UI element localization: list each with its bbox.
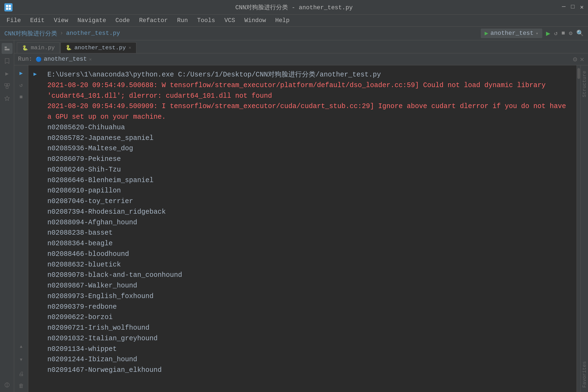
sidebar-icons: ▶ [0, 40, 14, 392]
menu-code[interactable]: Code [112, 16, 134, 25]
tab-main-icon: 🐍 [22, 45, 28, 51]
menu-edit[interactable]: Edit [26, 16, 48, 25]
right-tab-structure[interactable]: Structure [581, 68, 588, 100]
run-scroll-top[interactable]: ▲ [16, 342, 26, 352]
console-breed-line: n02091134-whippet [47, 344, 571, 355]
run-button[interactable]: ▶ [546, 29, 550, 38]
close-button[interactable]: ✕ [580, 4, 584, 11]
svg-rect-3 [9, 8, 11, 10]
sidebar-icon-run[interactable]: ▶ [2, 68, 13, 79]
console-output: E:\Users\1\anaconda3\python.exe C:/Users… [42, 65, 577, 392]
run-tab-label: another_test [44, 56, 87, 63]
svg-rect-2 [6, 8, 8, 10]
sidebar-icon-favorites[interactable] [2, 93, 13, 104]
tab-main-py[interactable]: 🐍 main.py [17, 42, 60, 53]
console-breed-line: n02088632-bluetick [47, 260, 571, 270]
window-controls[interactable]: ─ □ ✕ [562, 4, 584, 11]
sidebar-icon-bookmark[interactable] [2, 56, 13, 66]
run-tab-icon: 🔵 [36, 56, 42, 62]
run-toolbar: Run: 🔵 another_test ✕ ⚙ ✕ [14, 53, 588, 65]
breadcrumb-file[interactable]: another_test.py [66, 30, 120, 37]
sidebar-icon-project[interactable] [2, 43, 13, 54]
svg-rect-0 [6, 5, 8, 7]
menu-bar: File Edit View Navigate Code Refactor Ru… [0, 15, 588, 27]
console-breed-line: n02089973-English_foxhound [47, 291, 571, 302]
console-breed-line: n02086646-Blenheim_spaniel [47, 175, 571, 186]
menu-vcs[interactable]: VCS [220, 16, 239, 25]
settings-icon[interactable]: ⚙ [569, 30, 572, 37]
title-bar: CNN对狗脸进行分类 - another_test.py ─ □ ✕ [0, 0, 588, 15]
tab-another-close[interactable]: ✕ [128, 45, 131, 50]
run-close-panel-icon[interactable]: ✕ [580, 55, 584, 64]
console-path-line: E:\Users\1\anaconda3\python.exe C:/Users… [47, 70, 571, 80]
tab-another-test-py[interactable]: 🐍 another_test.py ✕ [60, 42, 136, 53]
svg-rect-8 [6, 86, 8, 88]
run-config-dropdown[interactable]: ▶ another_test ▾ [481, 29, 542, 38]
right-sidebar: Structure Favorites [580, 65, 588, 392]
run-panel: Run: 🔵 another_test ✕ ⚙ ✕ ▶ ↺ ■ [14, 53, 588, 392]
run-label: Run: [18, 56, 32, 63]
console-breed-line: n02088094-Afghan_hound [47, 218, 571, 228]
console-breed-line: n02088466-bloodhound [47, 249, 571, 260]
scroll-thumb[interactable] [577, 68, 580, 79]
run-tab-close-btn[interactable]: ✕ [89, 57, 92, 62]
menu-refactor[interactable]: Refactor [135, 16, 172, 25]
console-breed-line: n02091467-Norwegian_elkhound [47, 365, 571, 376]
menu-view[interactable]: View [50, 16, 72, 25]
menu-tools[interactable]: Tools [193, 16, 219, 25]
run-scroll-bottom[interactable]: ▼ [16, 355, 26, 365]
console-breed-line: n02089867-Walker_hound [47, 281, 571, 291]
console-error-line-0: 2021-08-20 09:54:49.500688: W tensorflow… [47, 80, 571, 102]
run-layout: ▶ ↺ ■ ▲ ▼ 🖨 🗑 ▶ E:\Users\1\anaconda3\pyt… [14, 65, 588, 392]
menu-file[interactable]: File [3, 16, 25, 25]
rerun-button[interactable]: ↺ [554, 30, 558, 37]
svg-rect-1 [9, 5, 11, 7]
console-breed-line: n02087394-Rhodesian_ridgeback [47, 207, 571, 218]
console-breed-line: n02089078-black-and-tan_coonhound [47, 270, 571, 281]
console-breed-line: n02090721-Irish_wolfhound [47, 323, 571, 333]
menu-navigate[interactable]: Navigate [74, 16, 110, 25]
console-error-line-1: 2021-08-20 09:54:49.500909: I tensorflow… [47, 101, 571, 122]
sidebar-icon-pin[interactable] [2, 379, 13, 390]
svg-rect-6 [5, 84, 7, 86]
run-clear-btn[interactable]: 🗑 [16, 381, 26, 391]
search-icon[interactable]: 🔍 [576, 30, 584, 37]
svg-rect-7 [7, 84, 10, 86]
console-breed-line: n02088364-beagle [47, 238, 571, 249]
run-start-btn[interactable]: ▶ [16, 68, 26, 78]
minimize-button[interactable]: ─ [562, 4, 565, 11]
breadcrumb-project[interactable]: CNN对狗脸进行分类 [4, 29, 57, 38]
tab-main-label: main.py [31, 45, 55, 51]
menu-window[interactable]: Window [241, 16, 270, 25]
breadcrumb-separator: › [60, 30, 63, 37]
menu-help[interactable]: Help [271, 16, 293, 25]
run-tab[interactable]: 🔵 another_test ✕ [36, 56, 92, 63]
tabs-bar: 🐍 main.py 🐍 another_test.py ✕ [14, 40, 588, 53]
svg-rect-5 [5, 49, 10, 50]
scroll-indicator[interactable] [577, 65, 580, 392]
tab-another-label: another_test.py [74, 45, 126, 51]
console-breed-line: n02087046-toy_terrier [47, 196, 571, 207]
console-breed-line: n02088238-basset [47, 228, 571, 238]
title-bar-left [4, 3, 18, 11]
console-breed-line: n02085620-Chihuahua [47, 122, 571, 133]
run-config-label: another_test [491, 30, 534, 37]
console-breed-line: n02085936-Maltese_dog [47, 143, 571, 154]
run-left-panel: ▶ ↺ ■ ▲ ▼ 🖨 🗑 [14, 65, 28, 392]
run-config-icon: ▶ [485, 30, 488, 37]
run-settings-icon[interactable]: ⚙ [573, 55, 577, 64]
run-rerun-btn[interactable]: ↺ [16, 80, 26, 90]
gutter: ▶ [28, 65, 42, 392]
run-toolbar-right: ⚙ ✕ [573, 55, 584, 64]
stop-button[interactable]: ■ [562, 30, 565, 37]
svg-rect-4 [5, 47, 7, 48]
console-breed-line: n02090379-redbone [47, 302, 571, 313]
run-stop-btn[interactable]: ■ [16, 92, 26, 102]
gutter-run-btn[interactable]: ▶ [31, 70, 39, 78]
run-print-btn[interactable]: 🖨 [16, 369, 26, 379]
menu-run[interactable]: Run [173, 16, 192, 25]
console-breed-line: n02090622-borzoi [47, 312, 571, 323]
right-tab-favorites[interactable]: Favorites [581, 359, 588, 390]
sidebar-icon-structure[interactable] [2, 81, 13, 91]
maximize-button[interactable]: □ [571, 4, 575, 11]
